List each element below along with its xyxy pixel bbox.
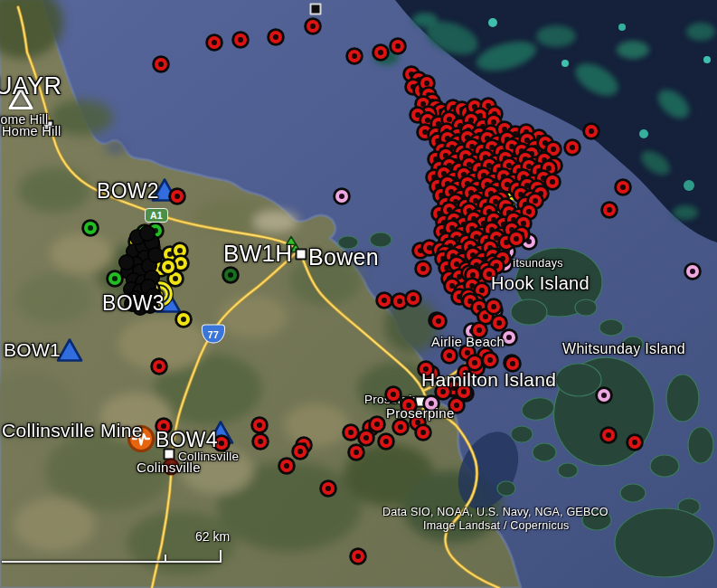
route-badge-77: 77 [202, 325, 225, 344]
scale-bar [2, 550, 222, 563]
scale-label: 62 km [195, 529, 230, 544]
route-badges: A177 [0, 0, 717, 588]
attribution-line-2: Image Landsat / Copernicus [423, 519, 570, 532]
attribution-line-1: Data SIO, NOAA, U.S. Navy, NGA, GEBCO [382, 506, 609, 518]
route-badge-a1: A1 [145, 208, 168, 223]
google-earth-map-view[interactable]: WhitsundaysProserpine UAYRHome HillHome … [0, 0, 717, 588]
scale-bar-tick [165, 555, 166, 561]
